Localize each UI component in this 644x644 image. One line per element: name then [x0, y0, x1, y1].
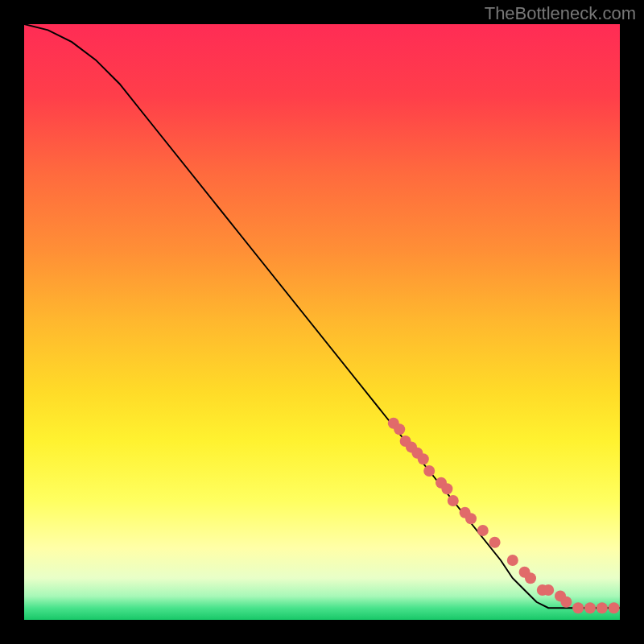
- data-point: [394, 423, 405, 435]
- data-point: [477, 525, 489, 536]
- chart-area: [24, 24, 620, 620]
- data-point: [418, 453, 429, 464]
- data-point: [489, 537, 501, 548]
- data-point: [543, 584, 554, 596]
- data-point: [448, 495, 459, 506]
- data-point: [507, 555, 518, 566]
- watermark-text: TheBottleneck.com: [485, 3, 636, 24]
- chart-svg: [24, 24, 620, 620]
- data-point: [597, 602, 608, 613]
- data-point: [441, 483, 452, 494]
- data-point: [525, 572, 536, 584]
- data-point: [572, 602, 584, 613]
- data-point: [609, 602, 620, 613]
- data-point: [560, 597, 572, 608]
- data-point: [584, 602, 596, 613]
- plot-background: [24, 24, 620, 620]
- data-point: [465, 513, 477, 524]
- data-point: [423, 465, 435, 477]
